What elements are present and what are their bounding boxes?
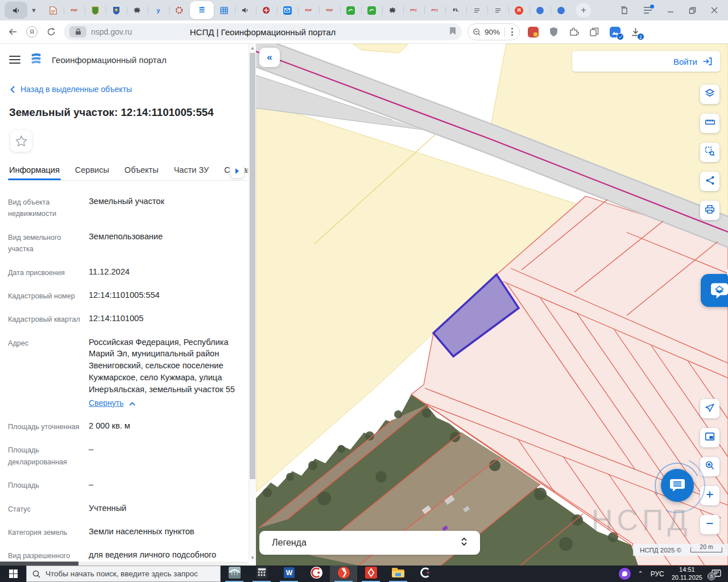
browser-tab-dot-blue[interactable] (551, 0, 572, 20)
tab-services[interactable]: Сервисы (75, 165, 109, 174)
extension-puzzle-icon[interactable] (566, 24, 581, 39)
browser-tab-green-app[interactable] (340, 0, 361, 20)
restore-icon[interactable] (689, 7, 696, 14)
back-to-selected-link[interactable]: Назад в выделенные объекты (10, 85, 243, 94)
address-bar[interactable]: nspd.gov.ru НСПД | Геоинформационный пор… (64, 23, 462, 40)
tab-audio-control[interactable]: ▼ (5, 2, 39, 19)
browser-tab-pdf[interactable]: PDF (319, 0, 340, 20)
map-tool-layers-button[interactable] (700, 85, 719, 104)
map-viewport[interactable]: НСПД (256, 44, 728, 566)
start-button[interactable] (0, 566, 26, 582)
tab-panel-icon[interactable] (619, 6, 628, 15)
notification-center-icon[interactable]: 5 (710, 568, 722, 580)
taskbar-app-yandex-browser[interactable] (330, 566, 357, 582)
browser-tab-fl[interactable]: FL (445, 0, 466, 20)
map-tool-zoom-out-button[interactable] (700, 515, 719, 534)
map-tool-select-area-button[interactable] (700, 143, 719, 162)
browser-tab-pdf[interactable]: PDF (298, 0, 319, 20)
close-icon[interactable] (711, 7, 718, 14)
browser-tab-yandex[interactable]: Я (508, 0, 530, 20)
extension-screenshot-icon[interactable]: ✓ (607, 24, 622, 39)
windows-icon (9, 569, 18, 578)
taskbar-search[interactable]: Чтобы начать поиск, введите здесь запрос (26, 566, 221, 582)
map-tool-locate-button[interactable] (700, 399, 719, 418)
chevron-up-icon[interactable] (129, 397, 135, 409)
clock[interactable]: 14:51 20.11.2025 (672, 566, 702, 581)
support-chat-button[interactable] (661, 469, 694, 502)
legend-toggle[interactable]: Легенда (259, 531, 480, 555)
scrollbar-thumb[interactable] (250, 53, 255, 479)
tabs-scroll-right-button[interactable] (230, 165, 245, 178)
panel-horizontal-scrollbar[interactable] (0, 562, 249, 566)
panel-vertical-scrollbar[interactable]: ▲ ▼ (249, 44, 256, 562)
back-icon[interactable] (6, 25, 19, 39)
menu-burger-icon[interactable] (9, 56, 20, 64)
browser-tab-eagle[interactable] (127, 0, 148, 20)
browser-tab-emblem-red[interactable] (256, 0, 277, 20)
browser-tab-rts[interactable]: РТС (403, 0, 424, 20)
browser-tab-fab-text[interactable] (466, 0, 487, 20)
browser-tab-crest-green[interactable] (85, 0, 106, 20)
browser-tab-dot-blue[interactable] (530, 0, 551, 20)
login-button[interactable]: Войти (572, 51, 720, 72)
map-tool-ruler-button[interactable] (700, 114, 719, 133)
taskbar-app-ccleaner[interactable] (412, 566, 439, 582)
extension-paint-icon[interactable] (526, 24, 540, 39)
more-options-icon[interactable] (510, 28, 515, 36)
collapse-address-link[interactable]: Свернуть (89, 398, 123, 409)
alice-icon[interactable] (619, 568, 631, 580)
browser-tab-mail[interactable] (277, 0, 298, 20)
feedback-widget-button[interactable] (701, 274, 728, 307)
field-row: Площадь уточненная2 000 кв. м (8, 420, 243, 433)
taskbar-app-word[interactable]: W (275, 566, 303, 582)
zoom-control[interactable]: 90% (468, 23, 520, 40)
panel-collapse-button[interactable]: « (259, 48, 280, 67)
taskbar-app-yandex-disk[interactable] (357, 566, 384, 582)
browser-tab-rosette[interactable] (169, 0, 190, 20)
tab-objects[interactable]: Объекты (125, 165, 159, 174)
browser-tab-shield-blue[interactable] (106, 0, 127, 20)
locate-icon (705, 403, 715, 415)
browser-tab-pdf[interactable]: PDF (64, 0, 85, 20)
browser-tab-doc[interactable] (43, 0, 64, 20)
browser-tab-nspd[interactable] (190, 1, 214, 19)
tab-parcel-parts[interactable]: Части ЗУ (174, 165, 209, 174)
new-tab-button[interactable]: + (576, 3, 591, 18)
browser-tab-y-letter[interactable]: у (148, 0, 169, 20)
field-row: АдресРоссийская Федерация, Республика Ма… (8, 336, 243, 409)
field-label: Вид объекта недвижимости (8, 196, 82, 220)
lock-icon[interactable] (69, 26, 86, 38)
download-icon[interactable]: 1 (628, 24, 643, 39)
map-tool-minimap-button[interactable] (700, 428, 719, 447)
field-value: 11.12.2024 (89, 266, 243, 278)
extension-shield-icon[interactable] (546, 24, 561, 39)
zoom-out-icon (705, 519, 714, 530)
yandex-home-icon[interactable]: Я (25, 25, 39, 39)
taskbar-app-corel-draw[interactable] (303, 566, 330, 582)
browser-tab-speaker[interactable] (235, 0, 256, 20)
field-value: Учтенный (89, 502, 243, 515)
browser-tab-eagle[interactable] (382, 0, 403, 20)
dot-blue-icon (556, 6, 566, 15)
minimize-icon[interactable] (667, 7, 674, 14)
taskbar-app-sas-planet[interactable] (221, 566, 248, 582)
taskbar-app-calculator[interactable] (248, 566, 275, 582)
taskbar-app-explorer[interactable] (384, 566, 412, 582)
map-tool-print-button[interactable] (700, 201, 719, 220)
tray-expand-icon[interactable]: ⌃ (638, 570, 643, 577)
bookmark-icon[interactable] (449, 27, 456, 38)
refresh-icon[interactable] (44, 25, 58, 39)
language-indicator[interactable]: РУС (651, 570, 664, 578)
field-row: Вид объекта недвижимостиЗемельный участо… (8, 196, 243, 220)
browser-tab-green-app[interactable] (361, 0, 382, 20)
browser-tab-table[interactable] (214, 0, 235, 20)
chevron-down-icon[interactable]: ▼ (28, 7, 39, 14)
browser-tab-rts[interactable]: РТС (424, 0, 445, 20)
browser-tab-fab-text[interactable] (487, 0, 508, 20)
map-tool-share-button[interactable] (700, 172, 719, 191)
favorite-star-button[interactable] (10, 130, 32, 152)
tab-information[interactable]: Информация (9, 165, 60, 174)
map-tool-search-place-button[interactable] (700, 457, 719, 476)
extension-tabs-icon[interactable] (587, 24, 602, 39)
menu-icon[interactable] (643, 6, 652, 14)
